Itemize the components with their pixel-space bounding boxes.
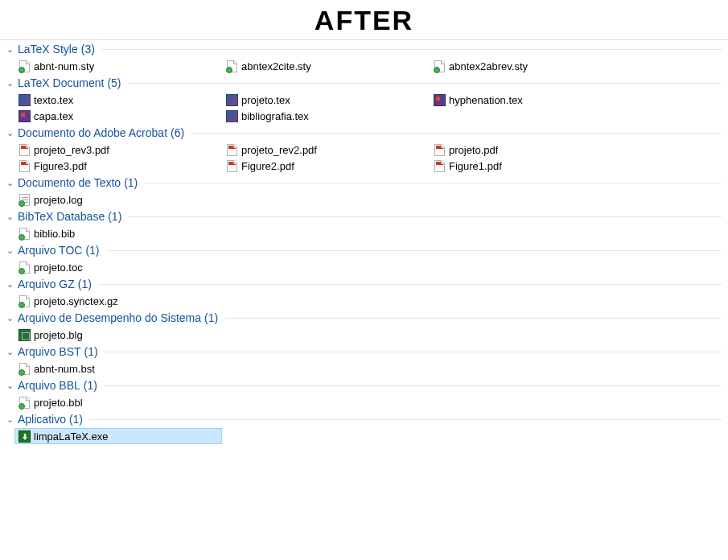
group-divider (191, 133, 722, 134)
file-name: abnt-num.bst (34, 363, 95, 375)
pdf-file-icon (225, 143, 238, 156)
group-header[interactable]: ⌄LaTeX Document(5) (0, 74, 728, 92)
group-label: Documento de Texto (18, 176, 121, 189)
group-count: (1) (108, 210, 121, 223)
file-grid: projeto_rev3.pdfprojeto_rev2.pdfprojeto.… (0, 142, 728, 174)
group-header[interactable]: ⌄Arquivo BBL(1) (0, 377, 728, 394)
group-divider (106, 250, 722, 251)
chevron-down-icon: ⌄ (6, 381, 16, 391)
file-grid: projeto.bbl (0, 394, 728, 410)
file-item[interactable]: projeto.synctex.gz (14, 293, 222, 309)
file-item[interactable]: abnt-num.sty (14, 58, 222, 74)
file-grid: abnt-num.styabntex2cite.styabntex2abrev.… (0, 58, 728, 74)
file-item[interactable]: bibliografia.tex (222, 108, 430, 124)
group-header[interactable]: ⌄Arquivo GZ(1) (0, 275, 728, 293)
file-name: projeto_rev2.pdf (241, 144, 317, 156)
tex-file-icon (18, 109, 31, 122)
group-header[interactable]: ⌄Arquivo TOC(1) (0, 241, 728, 259)
chevron-down-icon: ⌄ (6, 245, 16, 256)
group-count: (1) (69, 413, 83, 426)
file-item[interactable]: projeto.bbl (14, 394, 222, 410)
chevron-down-icon: ⌄ (6, 279, 16, 290)
file-grid: projeto.toc (0, 259, 728, 275)
file-item[interactable]: projeto.pdf (430, 142, 637, 158)
file-name: abnt-num.sty (34, 60, 94, 72)
file-grid: limpaLaTeX.exe (0, 428, 728, 444)
group-count: (1) (85, 244, 99, 257)
file-item[interactable]: projeto.blg (14, 327, 222, 343)
file-name: projeto.tex (241, 94, 290, 106)
file-name: projeto.bbl (34, 397, 83, 409)
sty-file-icon (18, 60, 31, 72)
file-name: texto.tex (34, 94, 73, 106)
page-title: AFTER (0, 0, 728, 40)
group-header[interactable]: ⌄LaTeX Style(3) (0, 40, 728, 58)
file-item[interactable]: limpaLaTeX.exe (14, 428, 222, 444)
group-count: (1) (78, 278, 92, 290)
group-label: Documento do Adobe Acrobat (18, 126, 167, 139)
generic-file-icon (18, 362, 31, 375)
file-grid: projeto.log (0, 191, 728, 208)
file-name: Figure2.pdf (241, 160, 294, 172)
group-label: Arquivo GZ (18, 278, 75, 290)
file-item[interactable]: abnt-num.bst (14, 360, 222, 377)
group-header[interactable]: ⌄Arquivo BST(1) (0, 343, 728, 360)
file-name: limpaLaTeX.exe (34, 430, 109, 443)
file-item[interactable]: Figure3.pdf (14, 158, 222, 174)
file-item[interactable]: projeto_rev2.pdf (222, 142, 430, 158)
pdf-file-icon (433, 159, 446, 172)
file-item[interactable]: Figure1.pdf (430, 158, 637, 174)
group-label: LaTeX Document (18, 76, 104, 89)
text-file-icon (18, 193, 31, 206)
group-divider (224, 318, 722, 319)
sty-file-icon (225, 60, 238, 72)
group-divider (105, 352, 722, 352)
blg-file-icon (18, 328, 31, 341)
group-header[interactable]: ⌄Arquivo de Desempenho do Sistema(1) (0, 309, 728, 327)
file-item[interactable]: projeto.log (14, 191, 222, 208)
pdf-file-icon (433, 143, 446, 156)
group-label: Arquivo BBL (18, 379, 80, 392)
file-item[interactable]: capa.tex (14, 108, 222, 124)
file-name: abntex2cite.sty (241, 60, 311, 72)
file-item[interactable]: biblio.bib (14, 225, 222, 241)
group-header[interactable]: ⌄BibTeX Database(1) (0, 208, 728, 225)
group-label: Aplicativo (18, 413, 66, 426)
chevron-down-icon: ⌄ (6, 78, 16, 89)
file-grid: texto.texprojeto.texhyphenation.texcapa.… (0, 92, 728, 124)
file-grid: projeto.blg (0, 327, 728, 343)
group-label: LaTeX Style (18, 43, 78, 56)
file-name: projeto.synctex.gz (34, 295, 118, 307)
file-item[interactable]: abntex2cite.sty (222, 58, 430, 74)
group-count: (3) (81, 43, 95, 56)
file-item[interactable]: texto.tex (14, 92, 222, 108)
tex-file-icon (225, 93, 238, 106)
group-divider (128, 83, 722, 84)
file-item[interactable]: projeto.toc (14, 259, 222, 275)
chevron-down-icon: ⌄ (6, 414, 16, 425)
group-label: BibTeX Database (18, 210, 105, 223)
chevron-down-icon: ⌄ (6, 128, 16, 138)
group-header[interactable]: ⌄Documento de Texto(1) (0, 174, 728, 191)
generic-file-icon (18, 294, 31, 307)
group-header[interactable]: ⌄Documento do Adobe Acrobat(6) (0, 124, 728, 142)
file-name: Figure3.pdf (34, 160, 87, 172)
file-item[interactable]: abntex2abrev.sty (430, 58, 637, 74)
tex-file-icon (18, 93, 31, 106)
file-grid: abnt-num.bst (0, 360, 728, 377)
file-item[interactable]: projeto.tex (222, 92, 430, 108)
chevron-down-icon: ⌄ (6, 313, 16, 323)
group-count: (5) (107, 76, 121, 89)
group-header[interactable]: ⌄Aplicativo(1) (0, 410, 728, 428)
file-name: projeto.blg (34, 329, 83, 341)
file-grid: biblio.bib (0, 225, 728, 241)
group-divider (89, 419, 722, 420)
tex-file-icon (433, 93, 446, 106)
file-item[interactable]: hyphenation.tex (430, 92, 637, 108)
file-item[interactable]: Figure2.pdf (222, 158, 430, 174)
file-name: hyphenation.tex (449, 94, 523, 106)
group-divider (128, 216, 722, 217)
file-grid: projeto.synctex.gz (0, 293, 728, 309)
file-item[interactable]: projeto_rev3.pdf (14, 142, 222, 158)
group-label: Arquivo TOC (18, 244, 82, 257)
